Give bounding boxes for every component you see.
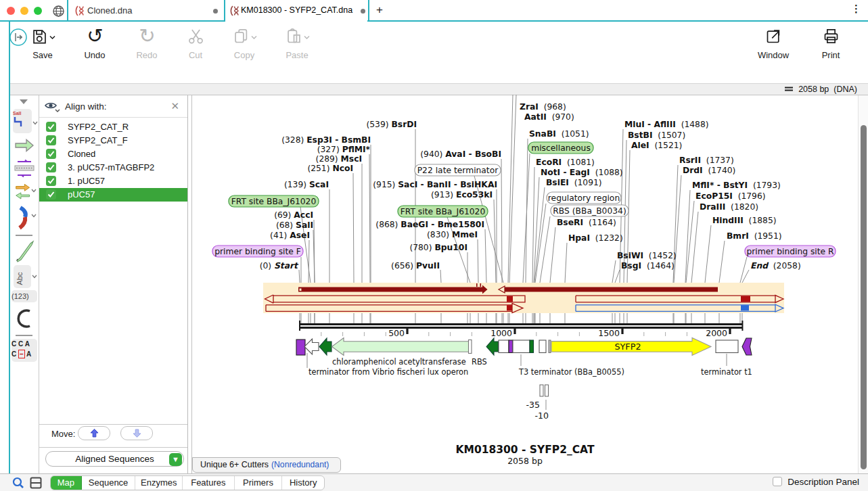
feature-line (535, 204, 546, 283)
enzyme-label-EcoP15I[interactable]: EcoP15I (1796) (695, 191, 766, 201)
enzyme-label-Bpu10I[interactable]: (780) Bpu10I (409, 243, 467, 252)
view-tab-sequence[interactable]: Sequence (82, 476, 136, 490)
enzyme-label-MmeI[interactable]: (830) MmeI (427, 230, 478, 239)
enzyme-line-BmrI (719, 241, 725, 283)
feature-rbs-cat[interactable] (486, 338, 499, 355)
enzyme-label-DrdI[interactable]: DrdI (1740) (683, 166, 735, 175)
enzyme-label-BsgI[interactable]: BsgI (1464) (621, 261, 675, 271)
enzyme-label-PflMI*[interactable]: (327) PflMI* (317, 145, 371, 154)
enzyme-label-End[interactable]: End (2058) (750, 261, 801, 271)
enzyme-line-BseRI (550, 227, 555, 283)
feature-gray-sliver[interactable] (549, 340, 551, 353)
enzyme-label-BsiWI[interactable]: BsiWI (1452) (617, 251, 677, 260)
collapse-sidebar-button[interactable] (9, 28, 27, 46)
feature-label-text: primer binding site R (746, 247, 834, 256)
enzyme-line-DrdI (674, 175, 681, 283)
feature-t3-terminator[interactable] (513, 340, 530, 353)
search-zoom-icon[interactable] (12, 477, 24, 489)
read-notch (300, 289, 302, 291)
mismatch-block-blue (741, 305, 749, 310)
enzyme-label-DraIII[interactable]: DraIII (1820) (700, 202, 758, 212)
enzyme-label-ScaI[interactable]: (139) ScaI (284, 180, 329, 189)
promoter-minus35-box[interactable] (540, 385, 543, 396)
feature-primer-site-r[interactable] (742, 338, 752, 355)
enzyme-label-AseI[interactable]: (41) AseI (270, 231, 310, 240)
enzyme-label-SnaBI[interactable]: SnaBI (1051) (529, 129, 589, 139)
feature-cat-gene[interactable] (332, 338, 471, 356)
feature-label-text: miscellaneous (531, 143, 591, 153)
enzyme-label-BstBI[interactable]: BstBI (1507) (628, 131, 685, 140)
enzyme-line-AvaI - BsoBI (501, 159, 502, 283)
enzyme-label-SacI - BanII - BsiHKAI[interactable]: (915) SacI - BanII - BsiHKAI (373, 180, 497, 189)
enzyme-line-HindIII (705, 225, 711, 283)
ruler-tick (729, 327, 731, 334)
feature-terminator-t1[interactable] (716, 340, 738, 353)
feature-label-text: RBS (BBa_B0034) (553, 206, 626, 216)
enzyme-label-ZraI[interactable]: ZraI (968) (520, 102, 566, 112)
ruler-line (300, 323, 742, 325)
enzyme-label-EcoRI[interactable]: EcoRI (1081) (536, 158, 595, 167)
enzyme-label-BsiEI[interactable]: BsiEI (1091) (546, 178, 602, 187)
ruler-cap (741, 321, 743, 331)
enzyme-line-MmeI (478, 239, 478, 283)
enzyme-label-MflI* - BstYI[interactable]: MflI* - BstYI (1793) (692, 181, 781, 190)
enzyme-set-sublabel: (Nonredundant) (271, 460, 329, 469)
enzyme-label-Eco53kI[interactable]: (913) Eco53kI (431, 190, 493, 200)
description-panel-toggle[interactable]: Description Panel (773, 477, 859, 487)
view-tab-enzymes[interactable]: Enzymes (135, 476, 183, 490)
enzyme-label-AvaI - BsoBI[interactable]: (940) AvaI - BsoBI (420, 149, 501, 159)
enzyme-line-EcoRI (532, 167, 534, 283)
enzyme-label-BsrDI[interactable]: (539) BsrDI (366, 120, 417, 129)
enzyme-label-AatII[interactable]: AatII (970) (524, 112, 574, 122)
feature-green-small[interactable] (530, 340, 534, 353)
view-tab-history[interactable]: History (282, 476, 324, 490)
mismatch-tick (480, 283, 482, 287)
enzyme-label-SalI[interactable]: (68) SalI (276, 220, 313, 230)
view-tab-primers[interactable]: Primers (235, 476, 283, 490)
feature-caption: terminator t1 (701, 367, 752, 377)
feature-primer-site-f[interactable] (296, 340, 305, 355)
split-view-icon[interactable] (30, 477, 42, 489)
enzyme-line-PflMI* (369, 154, 370, 283)
enzyme-label-NcoI[interactable]: (251) NcoI (307, 164, 353, 173)
enzyme-label-BaeGI - Bme1580I[interactable]: (868) BaeGI - Bme1580I (375, 220, 484, 229)
mismatch-block (741, 296, 750, 302)
feature-label-text: primer binding site F (214, 247, 301, 256)
enzyme-set-tab[interactable]: Unique 6+ Cutters (Nonredundant) (192, 457, 341, 473)
enzyme-label-HpaI[interactable]: HpaI (1232) (568, 233, 623, 243)
enzyme-label-Esp3I - BsmBI[interactable]: (328) Esp3I - BsmBI (281, 135, 371, 145)
enzyme-label-Start[interactable]: (0) Start (260, 261, 299, 271)
ruler-tick (621, 327, 623, 334)
feature-terminator-vibrio[interactable] (304, 339, 319, 354)
feature-label-text: FRT site BBa_J61020 (401, 207, 486, 216)
feature-p22-terminator[interactable] (499, 340, 509, 353)
view-tab-features[interactable]: Features (183, 476, 235, 490)
read-forward-1[interactable] (298, 287, 482, 292)
feature-rbs-left[interactable] (319, 338, 332, 355)
enzyme-label-MscI[interactable]: (289) MscI (316, 154, 362, 164)
sequence-map-canvas[interactable]: 500100015002000SYFP2FRT site BBa_J61020F… (1, 0, 868, 491)
feature-misc-purple[interactable] (509, 340, 513, 353)
enzyme-label-MluI - AflIII[interactable]: MluI - AflIII (1488) (624, 120, 709, 129)
feature-line (740, 257, 747, 283)
feature-promoter[interactable] (539, 340, 546, 353)
enzyme-label-AccI[interactable]: (69) AccI (274, 210, 313, 220)
enzyme-label-BseRI[interactable]: BseRI (1164) (557, 218, 616, 227)
read-forward-2[interactable] (505, 287, 718, 292)
promoter-minus10-box[interactable] (545, 385, 549, 396)
enzyme-line-NcoI (353, 173, 354, 283)
minus10-label: -10 (535, 411, 549, 421)
map-view: 500100015002000SYFP2FRT site BBa_J61020F… (191, 95, 858, 473)
enzyme-line-AseI (309, 240, 309, 283)
enzyme-label-AleI[interactable]: AleI (1521) (631, 141, 682, 150)
enzyme-label-NotI - EagI[interactable]: NotI - EagI (1088) (541, 168, 623, 177)
enzyme-label-HindIII[interactable]: HindIII (1885) (712, 216, 777, 225)
vertical-scrollbar[interactable] (858, 95, 868, 473)
enzyme-label-RsrII[interactable]: RsrII (1737) (679, 156, 734, 165)
view-tab-map[interactable]: Map (51, 476, 82, 490)
enzyme-label-BmrI[interactable]: BmrI (1951) (727, 231, 782, 241)
view-tabs: MapSequenceEnzymesFeaturesPrimersHistory (50, 475, 325, 490)
feature-sliver[interactable] (469, 340, 472, 354)
snapgene-window: { "titlebar": { "tabs": [ {"label": "Clo… (0, 0, 868, 491)
enzyme-label-PvuII[interactable]: (656) PvuII (391, 261, 440, 271)
